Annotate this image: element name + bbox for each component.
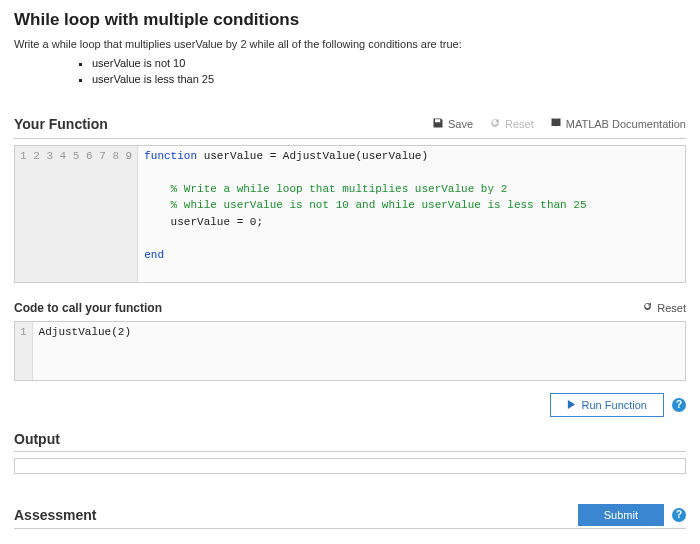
your-function-header: Your Function Save Reset MATLAB Document… [14,116,686,139]
editor-code[interactable]: function userValue = AdjustValue(userVal… [138,146,685,282]
save-button[interactable]: Save [432,117,473,131]
reset-icon [642,301,653,314]
condition-item: userValue is less than 25 [92,72,686,88]
book-icon [550,117,562,131]
matlab-doc-link[interactable]: MATLAB Documentation [550,117,686,131]
run-function-button[interactable]: Run Function [550,393,664,417]
call-reset-label: Reset [657,302,686,314]
condition-list: userValue is not 10 userValue is less th… [92,56,686,88]
help-icon[interactable]: ? [672,398,686,412]
function-editor[interactable]: 1 2 3 4 5 6 7 8 9 function userValue = A… [14,145,686,283]
problem-prompt: Write a while loop that multiplies userV… [14,38,686,50]
submit-button[interactable]: Submit [578,504,664,526]
run-label: Run Function [582,399,647,411]
call-reset-button[interactable]: Reset [642,301,686,314]
play-icon [567,399,576,411]
call-heading: Code to call your function [14,301,162,315]
call-gutter: 1 [15,322,33,380]
assessment-heading: Assessment [14,507,97,523]
your-function-heading: Your Function [14,116,108,132]
call-code[interactable]: AdjustValue(2) [33,322,685,380]
reset-icon [489,117,501,131]
call-editor[interactable]: 1 AdjustValue(2) [14,321,686,381]
output-box [14,458,686,474]
editor-toolbar: Save Reset MATLAB Documentation [432,117,686,131]
condition-item: userValue is not 10 [92,56,686,72]
editor-gutter: 1 2 3 4 5 6 7 8 9 [15,146,138,282]
reset-button[interactable]: Reset [489,117,534,131]
save-icon [432,117,444,131]
save-label: Save [448,118,473,130]
matlab-doc-label: MATLAB Documentation [566,118,686,130]
reset-label: Reset [505,118,534,130]
page-title: While loop with multiple conditions [14,10,686,30]
help-icon[interactable]: ? [672,508,686,522]
output-heading: Output [14,431,686,452]
